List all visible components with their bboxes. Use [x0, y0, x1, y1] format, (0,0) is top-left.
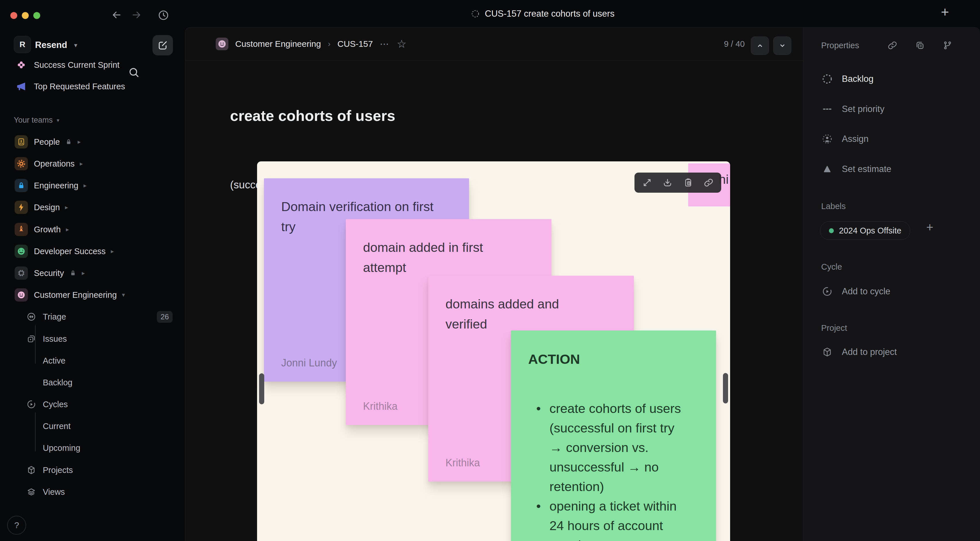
set-estimate-row[interactable]: Set estimate — [822, 161, 891, 178]
id-card-icon — [15, 135, 28, 148]
backlog-dashed-circle-icon — [471, 10, 480, 18]
no-priority-icon — [822, 103, 833, 115]
sidebar-team-engineering[interactable]: Engineering ▸ — [0, 175, 181, 196]
properties-title: Properties — [821, 41, 859, 50]
next-issue-button[interactable] — [773, 37, 791, 55]
chevron-right-icon[interactable]: ▸ — [82, 270, 85, 277]
breadcrumb-team[interactable]: Customer Engineering — [235, 39, 321, 49]
smiley-icon — [15, 288, 28, 302]
sidebar-team-customer-engineering[interactable]: Customer Engineering ▾ — [0, 284, 181, 306]
chevron-down-icon — [778, 41, 787, 51]
sticky-note-green-action: ACTION create cohorts of users (successf… — [511, 331, 716, 541]
sidebar-item-triage[interactable]: Triage 26 — [0, 306, 181, 328]
sidebar: R Resend ▾ Success Current Sprint Top Re… — [0, 27, 185, 541]
link-icon[interactable] — [703, 177, 714, 188]
compose-icon — [158, 40, 168, 51]
sidebar-item-label: Cycles — [43, 400, 68, 409]
previous-issue-button[interactable] — [751, 37, 769, 55]
sidebar-team-design[interactable]: Design ▸ — [0, 196, 181, 218]
add-to-cycle-row[interactable]: Add to cycle — [822, 283, 890, 300]
cycle-play-icon — [822, 286, 833, 297]
sidebar-item-top-requested-features[interactable]: Top Requested Features — [0, 76, 181, 97]
copy-link-icon[interactable] — [887, 40, 897, 51]
close-window-button[interactable] — [10, 12, 17, 19]
gear-icon — [15, 157, 28, 170]
chevron-down-icon: ▾ — [74, 41, 77, 49]
caret-down-icon: ▾ — [57, 117, 59, 124]
caret-down-icon[interactable]: ▾ — [122, 291, 125, 298]
sidebar-item-active[interactable]: Active — [0, 350, 181, 372]
download-icon[interactable] — [662, 177, 673, 188]
team-avatar-smiley-icon — [216, 38, 228, 50]
breadcrumb-issue-id[interactable]: CUS-157 — [337, 39, 373, 49]
minimize-window-button[interactable] — [22, 12, 29, 19]
more-options-icon[interactable]: ⋯ — [380, 38, 390, 49]
workspace-switcher[interactable]: Resend — [35, 40, 67, 50]
new-tab-button[interactable]: + — [941, 5, 949, 19]
help-button[interactable]: ? — [7, 516, 26, 535]
expand-icon[interactable] — [642, 177, 652, 188]
image-resize-handle-right[interactable] — [723, 373, 728, 403]
assign-label: Assign — [842, 134, 869, 144]
back-icon[interactable] — [111, 9, 123, 21]
sidebar-team-developer-success[interactable]: Developer Success ▸ — [0, 240, 181, 262]
copy-to-clipboard-icon[interactable] — [683, 177, 694, 188]
layers-icon — [26, 487, 36, 497]
sidebar-item-views[interactable]: Views — [0, 481, 181, 503]
add-to-project-row[interactable]: Add to project — [822, 344, 897, 361]
zoom-window-button[interactable] — [33, 12, 40, 19]
sidebar-item-projects[interactable]: Projects — [0, 459, 181, 481]
megaphone-icon — [16, 81, 26, 92]
lock-icon — [65, 138, 72, 146]
sidebar-item-cycles[interactable]: Cycles — [0, 393, 181, 415]
forward-icon[interactable] — [131, 9, 142, 21]
copy-id-icon[interactable] — [915, 40, 925, 51]
flower-icon — [16, 60, 26, 70]
chevron-right-icon[interactable]: ▸ — [80, 160, 83, 167]
team-label: People — [34, 137, 60, 147]
lock-icon — [69, 269, 77, 277]
chevron-right-icon[interactable]: ▸ — [111, 248, 114, 255]
chevron-right-icon[interactable]: ▸ — [65, 204, 68, 211]
chevron-right-icon[interactable]: ▸ — [84, 182, 87, 189]
sidebar-item-label: Backlog — [43, 378, 72, 387]
sidebar-item-issues[interactable]: Issues — [0, 328, 181, 350]
workspace-logo[interactable]: R — [14, 36, 31, 53]
team-label: Operations — [34, 159, 75, 169]
history-clock-icon[interactable] — [158, 9, 169, 21]
add-label-button[interactable]: + — [926, 221, 934, 234]
sidebar-item-upcoming[interactable]: Upcoming — [0, 437, 181, 459]
backlog-dashed-circle-icon — [822, 73, 833, 84]
issue-title[interactable]: create cohorts of users — [230, 107, 395, 124]
sticky-bullet: opening a ticket within 24 hours of acco… — [528, 496, 689, 541]
breadcrumb-separator: › — [328, 39, 331, 49]
your-teams-section-header[interactable]: Your teams ▾ — [14, 116, 59, 125]
sidebar-team-operations[interactable]: Operations ▸ — [0, 153, 181, 175]
status-row[interactable]: Backlog — [822, 70, 873, 88]
whiteboard-image[interactable]: Domain verification on first try Jonni L… — [257, 161, 730, 541]
sidebar-item-current[interactable]: Current — [0, 415, 181, 437]
chevron-right-icon[interactable]: ▸ — [66, 226, 69, 233]
set-priority-row[interactable]: Set priority — [822, 100, 885, 118]
chevron-right-icon[interactable]: ▸ — [78, 138, 81, 145]
image-hover-toolbar — [635, 173, 721, 193]
image-resize-handle-left[interactable] — [259, 373, 264, 404]
project-section-header: Project — [821, 323, 847, 333]
sidebar-team-people[interactable]: People ▸ — [0, 131, 181, 153]
new-issue-button[interactable] — [153, 35, 173, 56]
git-branch-icon[interactable] — [942, 40, 953, 51]
chip-icon — [15, 266, 28, 280]
lock-icon — [15, 179, 28, 192]
your-teams-label: Your teams — [14, 116, 53, 125]
sidebar-team-growth[interactable]: Growth ▸ — [0, 218, 181, 240]
label-color-dot — [829, 228, 834, 233]
sidebar-item-success-current-sprint[interactable]: Success Current Sprint — [0, 54, 181, 76]
active-tab[interactable]: CUS-157 create cohorts of users — [471, 0, 614, 27]
assign-row[interactable]: Assign — [822, 130, 869, 148]
label-tag-2024-ops-offsite[interactable]: 2024 Ops Offsite — [820, 221, 910, 240]
estimate-triangle-icon — [822, 164, 833, 175]
favorite-star-icon[interactable]: ☆ — [397, 38, 406, 50]
sidebar-item-backlog[interactable]: Backlog — [0, 372, 181, 393]
triage-count-badge: 26 — [157, 311, 173, 323]
sidebar-team-security[interactable]: Security ▸ — [0, 262, 181, 284]
